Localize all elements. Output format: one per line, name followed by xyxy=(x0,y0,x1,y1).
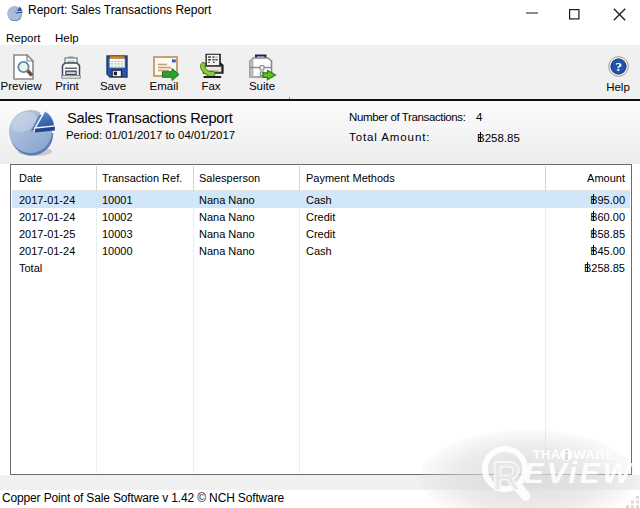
svg-text:EViEW: EViEW xyxy=(524,456,634,489)
svg-text:R: R xyxy=(492,454,521,498)
svg-text:?: ? xyxy=(615,59,622,74)
